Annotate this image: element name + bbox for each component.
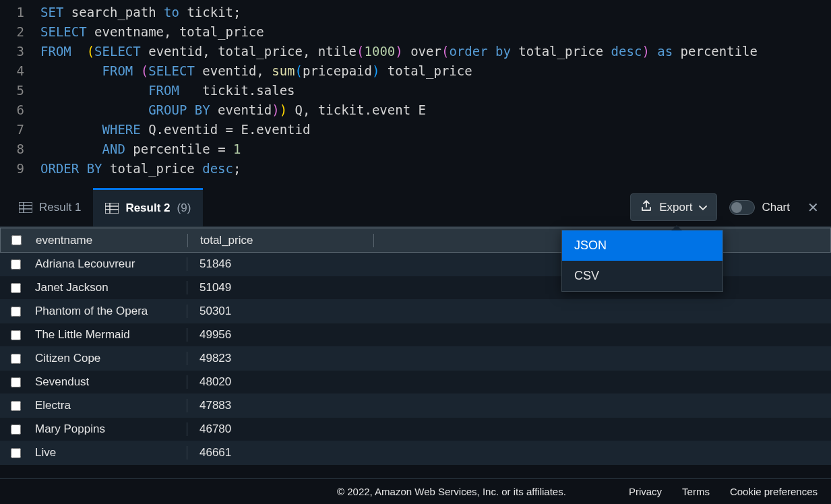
row-checkbox[interactable]: [11, 307, 21, 317]
line-number: 2: [0, 22, 40, 42]
svg-rect-4: [105, 203, 119, 214]
export-csv[interactable]: CSV: [562, 261, 722, 291]
cell-eventname: Electra: [31, 399, 187, 412]
terms-link[interactable]: Terms: [682, 486, 710, 497]
chart-label: Chart: [762, 201, 790, 214]
table-row[interactable]: The Little Mermaid49956: [0, 323, 831, 347]
chevron-down-icon: [699, 201, 707, 214]
tab-label: Result 1: [39, 201, 81, 214]
line-number: 6: [0, 100, 40, 120]
code-content[interactable]: FROM (SELECT eventid, total_price, ntile…: [40, 42, 831, 61]
code-line: 5 FROM tickit.sales: [0, 81, 831, 100]
cell-total-price: 49956: [187, 328, 373, 342]
code-line: 1SET search_path to tickit;: [0, 3, 831, 22]
cell-eventname: Citizen Cope: [31, 352, 187, 365]
table-icon: [105, 203, 119, 214]
chart-toggle[interactable]: [729, 200, 755, 215]
cell-total-price: 47883: [187, 399, 373, 412]
col-total-price[interactable]: total_price: [188, 234, 374, 247]
row-checkbox[interactable]: [11, 259, 21, 270]
results-actions: Export Chart ✕ JSON CSV: [630, 193, 824, 221]
table-row[interactable]: Live46661: [0, 441, 831, 465]
tab-result-1[interactable]: Result 1: [7, 188, 93, 226]
col-eventname[interactable]: eventname: [32, 234, 188, 247]
code-content[interactable]: FROM tickit.sales: [40, 81, 831, 100]
line-number: 3: [0, 42, 40, 61]
export-button[interactable]: Export: [630, 193, 717, 221]
tab-result-2[interactable]: Result 2 (9): [93, 188, 203, 226]
line-number: 4: [0, 61, 40, 81]
svg-rect-0: [19, 202, 32, 213]
row-check-cell: [0, 377, 31, 387]
row-check-cell: [0, 401, 31, 411]
export-menu: JSON CSV: [561, 230, 723, 292]
row-check-cell: [0, 330, 31, 340]
cookie-preferences-link[interactable]: Cookie preferences: [730, 486, 818, 497]
cell-total-price: 51049: [187, 281, 373, 294]
row-check-cell: [0, 354, 31, 364]
row-checkbox[interactable]: [11, 448, 21, 458]
row-checkbox[interactable]: [11, 401, 21, 411]
code-content[interactable]: ORDER BY total_price desc;: [40, 159, 831, 179]
row-check-cell: [0, 283, 31, 293]
code-content[interactable]: SELECT eventname, total_price: [40, 22, 831, 42]
cell-eventname: Mary Poppins: [31, 422, 187, 436]
row-checkbox[interactable]: [11, 354, 21, 364]
code-content[interactable]: FROM (SELECT eventid, sum(pricepaid) tot…: [40, 61, 831, 81]
cell-total-price: 46780: [187, 422, 373, 436]
table-row[interactable]: Mary Poppins46780: [0, 418, 831, 441]
select-all-checkbox[interactable]: [11, 235, 22, 245]
cell-eventname: Sevendust: [31, 375, 187, 389]
upload-icon: [640, 199, 652, 215]
result-count: (9): [177, 201, 191, 215]
row-checkbox[interactable]: [11, 330, 21, 340]
chart-toggle-group: Chart: [729, 200, 790, 215]
line-number: 9: [0, 159, 40, 179]
cell-eventname: Adriana Lecouvreur: [31, 257, 187, 271]
code-content[interactable]: GROUP BY eventid)) Q, tickit.event E: [40, 100, 831, 120]
line-number: 8: [0, 139, 40, 159]
code-line: 9ORDER BY total_price desc;: [0, 159, 831, 179]
code-content[interactable]: AND percentile = 1: [40, 139, 831, 159]
code-content[interactable]: SET search_path to tickit;: [40, 3, 831, 22]
table-row[interactable]: Sevendust48020: [0, 371, 831, 394]
cell-eventname: The Little Mermaid: [31, 328, 187, 342]
line-number: 7: [0, 120, 40, 139]
row-check-cell: [0, 307, 31, 317]
cell-eventname: Live: [31, 446, 187, 460]
row-check-cell: [0, 448, 31, 458]
code-line: 6 GROUP BY eventid)) Q, tickit.event E: [0, 100, 831, 120]
cell-total-price: 50301: [187, 305, 373, 318]
code-line: 2SELECT eventname, total_price: [0, 22, 831, 42]
cell-eventname: Janet Jackson: [31, 281, 187, 294]
row-checkbox[interactable]: [11, 283, 21, 293]
footer: © 2022, Amazon Web Services, Inc. or its…: [0, 478, 831, 504]
code-line: 3FROM (SELECT eventid, total_price, ntil…: [0, 42, 831, 61]
table-row[interactable]: Electra47883: [0, 394, 831, 418]
cell-total-price: 49823: [187, 352, 373, 365]
cell-total-price: 46661: [187, 446, 373, 460]
select-all-cell: [1, 235, 32, 245]
close-button[interactable]: ✕: [802, 199, 824, 216]
row-checkbox[interactable]: [11, 377, 21, 387]
copyright: © 2022, Amazon Web Services, Inc. or its…: [337, 486, 566, 497]
code-line: 8 AND percentile = 1: [0, 139, 831, 159]
sql-editor[interactable]: 1SET search_path to tickit;2SELECT event…: [0, 0, 831, 181]
code-content[interactable]: WHERE Q.eventid = E.eventid: [40, 120, 831, 139]
table-row[interactable]: Phantom of the Opera50301: [0, 300, 831, 323]
line-number: 5: [0, 81, 40, 100]
row-checkbox[interactable]: [11, 424, 21, 435]
cell-total-price: 48020: [187, 375, 373, 389]
privacy-link[interactable]: Privacy: [629, 486, 662, 497]
cell-total-price: 51846: [187, 257, 373, 271]
code-line: 7 WHERE Q.eventid = E.eventid: [0, 120, 831, 139]
cell-eventname: Phantom of the Opera: [31, 305, 187, 318]
export-json[interactable]: JSON: [562, 230, 722, 261]
table-row[interactable]: Citizen Cope49823: [0, 347, 831, 371]
tab-label: Result 2: [125, 201, 170, 215]
line-number: 1: [0, 3, 40, 22]
results-tab-bar: Result 1 Result 2 (9) Export Chart ✕ JSO…: [0, 188, 831, 227]
table-icon: [19, 202, 32, 213]
code-line: 4 FROM (SELECT eventid, sum(pricepaid) t…: [0, 61, 831, 81]
row-check-cell: [0, 259, 31, 270]
